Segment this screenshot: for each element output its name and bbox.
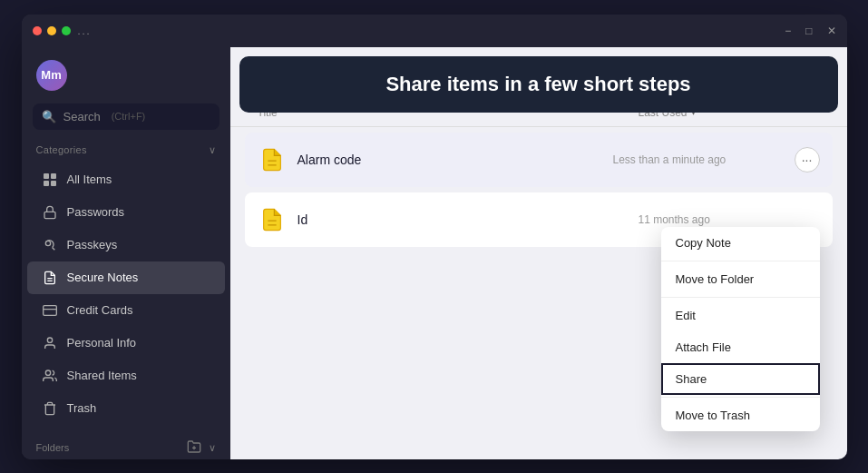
- sidebar-item-personal-info[interactable]: Personal Info: [27, 327, 225, 360]
- context-menu-move-to-folder[interactable]: Move to Folder: [661, 263, 820, 295]
- divider: [661, 397, 820, 398]
- search-shortcut: (Ctrl+F): [112, 111, 146, 122]
- sidebar-item-all-items[interactable]: All Items: [27, 163, 225, 196]
- item-name: Id: [297, 212, 639, 227]
- key-icon: [42, 204, 58, 221]
- divider: [661, 261, 820, 261]
- title-bar-controls: − □ ✕: [785, 25, 835, 37]
- grid-icon: [42, 172, 58, 188]
- context-menu-edit[interactable]: Edit: [661, 300, 820, 331]
- item-name: Alarm code: [297, 153, 613, 167]
- sidebar-item-credit-cards-label: Credit Cards: [67, 303, 133, 317]
- window-controls: [33, 26, 71, 35]
- trash-icon: [42, 400, 58, 417]
- col-last-used-header: Last Used ▾: [639, 106, 820, 119]
- main-header: Secure Notes Add Secure Note: [230, 47, 847, 95]
- sidebar-item-trash-label: Trash: [67, 401, 97, 415]
- maximize-button[interactable]: [62, 26, 71, 35]
- context-menu: Copy Note Move to Folder Edit Attach Fil…: [661, 227, 820, 431]
- sidebar-item-passkeys-label: Passkeys: [67, 238, 118, 251]
- avatar-row: Mm: [22, 47, 230, 103]
- context-menu-attach-file[interactable]: Attach File: [661, 331, 820, 363]
- sidebar-item-trash[interactable]: Trash: [27, 392, 225, 425]
- close-button[interactable]: [33, 26, 42, 35]
- personal-info-icon: [42, 335, 58, 351]
- search-icon: 🔍: [42, 110, 56, 123]
- table-header: Title Last Used ▾: [230, 95, 847, 127]
- svg-rect-0: [44, 173, 49, 179]
- svg-rect-1: [51, 173, 56, 179]
- divider: [661, 297, 820, 298]
- note-icon: [258, 145, 287, 174]
- item-more-button[interactable]: ···: [795, 147, 820, 172]
- item-last-used: Less than a minute ago: [613, 153, 795, 166]
- categories-header: Categories ∨: [22, 141, 230, 163]
- search-bar[interactable]: 🔍 Search (Ctrl+F): [33, 103, 219, 130]
- svg-rect-8: [43, 305, 56, 315]
- secure-notes-icon: [42, 270, 58, 286]
- svg-rect-3: [51, 181, 56, 186]
- close-icon[interactable]: ✕: [827, 25, 836, 37]
- svg-rect-4: [44, 212, 55, 218]
- folders-header: Folders ∨: [22, 425, 230, 459]
- sidebar-item-secure-notes-label: Secure Notes: [67, 271, 139, 284]
- search-label: Search: [63, 110, 101, 123]
- maximize-icon[interactable]: □: [805, 25, 812, 37]
- svg-rect-2: [44, 181, 49, 186]
- sidebar-item-shared-items[interactable]: Shared Items: [27, 360, 225, 392]
- svg-point-5: [45, 241, 50, 245]
- svg-point-10: [47, 338, 52, 342]
- item-last-used: 11 months ago: [639, 213, 820, 226]
- sidebar-item-personal-info-label: Personal Info: [67, 336, 137, 350]
- sidebar-item-passkeys[interactable]: Passkeys: [27, 229, 225, 261]
- folders-chevron[interactable]: ∨: [209, 442, 216, 454]
- sidebar-item-secure-notes[interactable]: Secure Notes: [27, 261, 225, 294]
- categories-chevron[interactable]: ∨: [209, 144, 216, 156]
- sidebar-item-passwords-label: Passwords: [67, 205, 125, 219]
- passkey-icon: [42, 237, 58, 253]
- sort-arrow-icon[interactable]: ▾: [691, 107, 696, 117]
- minimize-icon[interactable]: −: [785, 25, 791, 37]
- app-window: ... − □ ✕ Mm 🔍 Search (Ctrl+F) Categorie…: [22, 15, 847, 459]
- minimize-button[interactable]: [47, 26, 56, 35]
- context-menu-copy-note[interactable]: Copy Note: [661, 227, 820, 259]
- folders-controls: ∨: [187, 439, 216, 457]
- avatar[interactable]: Mm: [36, 60, 67, 91]
- sidebar-item-shared-items-label: Shared Items: [67, 369, 137, 382]
- app-body: Mm 🔍 Search (Ctrl+F) Categories ∨: [22, 47, 847, 459]
- table-row[interactable]: Alarm code Less than a minute ago ···: [245, 133, 833, 187]
- title-bar-text: ...: [78, 25, 92, 36]
- add-secure-note-button[interactable]: Add Secure Note: [698, 65, 819, 95]
- shared-items-icon: [42, 368, 58, 384]
- col-title-header: Title: [258, 106, 629, 119]
- context-menu-move-to-trash[interactable]: Move to Trash: [661, 399, 820, 431]
- svg-point-11: [45, 370, 50, 375]
- folders-label: Folders: [36, 442, 70, 453]
- sidebar-item-passwords[interactable]: Passwords: [27, 196, 225, 229]
- folder-add-icon[interactable]: [187, 439, 201, 457]
- note-icon: [258, 205, 287, 234]
- sidebar-item-all-items-label: All Items: [67, 172, 112, 186]
- page-title: Secure Notes: [258, 66, 408, 94]
- sidebar: Mm 🔍 Search (Ctrl+F) Categories ∨: [22, 47, 230, 459]
- main-content: Secure Notes Add Secure Note Title Last …: [230, 47, 847, 459]
- credit-card-icon: [42, 302, 58, 319]
- title-bar: ... − □ ✕: [22, 15, 847, 47]
- context-menu-share[interactable]: Share: [661, 363, 820, 395]
- sidebar-item-credit-cards[interactable]: Credit Cards: [27, 294, 225, 327]
- categories-label: Categories: [36, 144, 87, 155]
